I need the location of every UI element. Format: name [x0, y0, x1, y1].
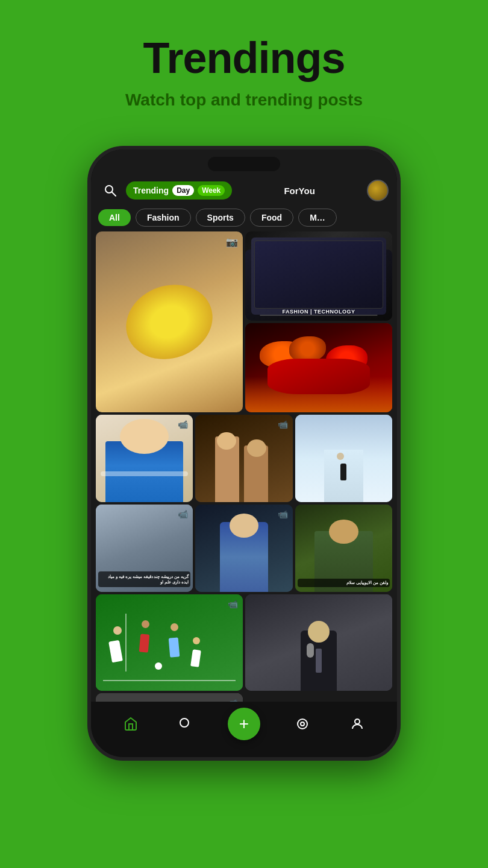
nav-chat[interactable] [289, 711, 316, 737]
filter-all[interactable]: All [98, 209, 131, 226]
trending-label: Trending [133, 186, 169, 195]
thumbnail-green-person[interactable]: ولقن من الایوپیایی سلام [295, 505, 392, 592]
phone-notch [208, 157, 280, 171]
row-3: گریه من درپیشه چند دقیقه میشه یره فیه و … [96, 505, 392, 592]
video-icon-3: 📹 [178, 509, 188, 519]
content-area: 📷 FASHION | TECHNOLOGY [91, 231, 397, 702]
caption-room: گریه من درپیشه چند دقیقه میشه یره فیه و … [100, 574, 189, 585]
row-5: 📹 [96, 693, 392, 702]
row-4: 📹 [96, 594, 392, 691]
nav-home[interactable] [117, 711, 144, 737]
caption-green: ولقن من الایوپیایی سلام [299, 580, 388, 585]
video-icon-soccer: 📹 [228, 599, 238, 609]
thumbnail-car[interactable]: FASHION | TECHNOLOGY [245, 231, 392, 321]
thumbnail-friends[interactable]: 📹 [195, 415, 292, 502]
bottom-nav: + [91, 702, 397, 757]
page-title: Trendings [125, 36, 363, 80]
page-subtitle: Watch top and trending posts [125, 90, 363, 110]
svg-point-4 [301, 722, 304, 726]
nav-add-button[interactable]: + [228, 708, 260, 740]
nav-profile[interactable] [344, 711, 371, 737]
thumbnail-soccer[interactable]: 📹 [96, 594, 243, 691]
filter-sports[interactable]: Sports [196, 209, 245, 227]
filter-fashion[interactable]: Fashion [136, 209, 191, 227]
row-1: 📷 FASHION | TECHNOLOGY [96, 231, 392, 412]
svg-point-0 [105, 186, 113, 193]
video-icon-1: 📹 [178, 420, 188, 429]
phone-mockup: Trending Day Week ForYou All Fashion Spo… [87, 146, 401, 761]
avatar[interactable] [367, 180, 389, 201]
thumbnail-roses[interactable] [245, 323, 392, 412]
thumbnail-guy-blue[interactable]: 📹 [96, 415, 193, 502]
week-badge[interactable]: Week [198, 185, 225, 196]
phone-frame: Trending Day Week ForYou All Fashion Spo… [87, 146, 401, 761]
video-icon-2: 📹 [278, 420, 288, 429]
thumbnail-singer[interactable] [245, 594, 392, 691]
day-badge[interactable]: Day [172, 185, 194, 196]
svg-point-2 [180, 719, 189, 727]
fashion-tech-label: FASHION | TECHNOLOGY [245, 309, 392, 315]
filter-food[interactable]: Food [250, 209, 293, 227]
screen: Trending Day Week ForYou All Fashion Spo… [91, 149, 397, 757]
right-stack: FASHION | TECHNOLOGY [245, 231, 392, 412]
filter-more[interactable]: M… [298, 209, 337, 227]
svg-point-3 [298, 719, 307, 729]
svg-line-1 [112, 192, 116, 196]
thumbnail-room[interactable]: گریه من درپیشه چند دقیقه میشه یره فیه و … [96, 505, 193, 592]
thumbnail-dancer[interactable]: 📹 [195, 505, 292, 592]
foryou-tab[interactable]: ForYou [237, 186, 362, 196]
thumbnail-partial[interactable]: 📹 [96, 693, 243, 702]
nav-search[interactable] [172, 711, 199, 737]
search-icon[interactable] [99, 180, 121, 201]
thumbnail-lemon[interactable]: 📷 [96, 231, 243, 412]
video-icon-4: 📹 [278, 509, 288, 519]
add-icon: + [239, 714, 249, 734]
thumbnail-snow[interactable] [295, 415, 392, 502]
trending-tab[interactable]: Trending Day Week [126, 181, 232, 200]
page-header: Trendings Watch top and trending posts [125, 0, 363, 110]
camera-icon: 📷 [226, 236, 238, 248]
row-2: 📹 📹 [96, 415, 392, 502]
svg-point-5 [355, 719, 360, 724]
filter-bar: All Fashion Sports Food M… [91, 206, 397, 231]
